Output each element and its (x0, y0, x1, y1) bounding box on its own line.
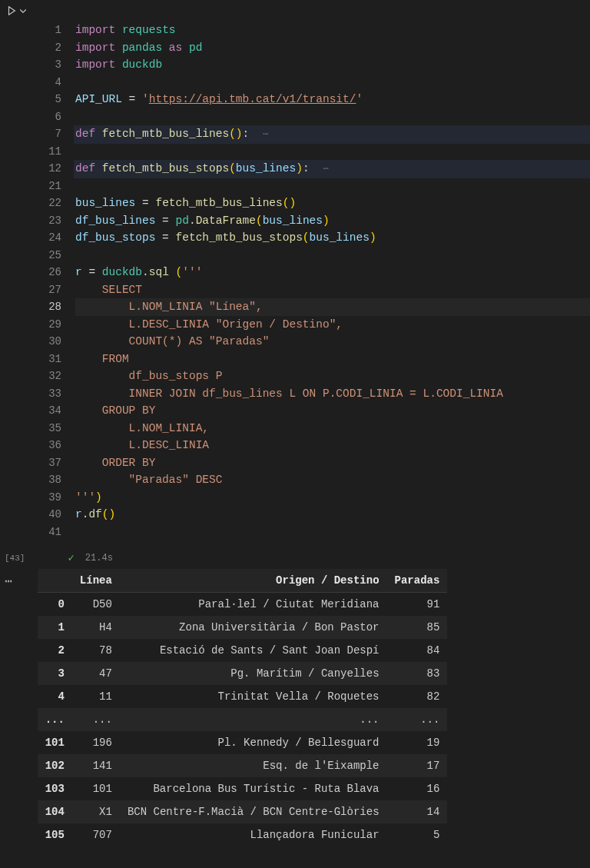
folded-ellipsis-icon[interactable]: ⋯ (263, 129, 270, 140)
table-cell: D50 (72, 593, 120, 617)
line-number: 2 (5, 39, 61, 57)
table-cell: Barcelona Bus Turístic - Ruta Blava (120, 777, 387, 800)
table-cell: Zona Universitària / Bon Pastor (120, 616, 387, 639)
table-column-header: Línea (72, 569, 120, 593)
code-line[interactable]: ''') (75, 489, 590, 507)
code-line[interactable]: def fetch_mtb_bus_lines():⋯ (75, 125, 590, 143)
code-line[interactable]: df_bus_stops = fetch_mtb_bus_stops(bus_l… (75, 229, 590, 247)
chevron-down-icon[interactable] (18, 6, 28, 15)
code-line[interactable]: L.NOM_LINIA "Línea", (75, 298, 590, 316)
line-number: 39 (5, 489, 61, 507)
table-cell: 47 (72, 662, 120, 685)
code-line[interactable] (75, 143, 590, 161)
table-cell: 14 (387, 800, 448, 823)
code-line[interactable] (75, 178, 590, 195)
table-cell: 83 (387, 662, 448, 685)
code-line[interactable]: ORDER BY (75, 454, 590, 472)
line-number: 27 (5, 281, 61, 299)
table-cell: 84 (387, 639, 448, 662)
cell-exec-time: 21.4s (85, 553, 113, 564)
line-number: 33 (5, 385, 61, 403)
code-line[interactable]: r.df() (75, 506, 590, 524)
code-editor[interactable]: 123456›711›12212223242526272829303132333… (0, 22, 590, 540)
table-cell: 105 (38, 823, 72, 846)
line-number: 25 (5, 247, 61, 264)
table-row: 1H4Zona Universitària / Bon Pastor85 (38, 616, 448, 639)
code-line[interactable]: L.DESC_LINIA "Origen / Destino", (75, 316, 590, 334)
table-row: 101196Pl. Kennedy / Bellesguard19 (38, 731, 448, 754)
table-cell: ... (387, 708, 448, 731)
table-cell: 102 (38, 754, 72, 777)
table-cell: 141 (72, 754, 120, 777)
code-area[interactable]: import requestsimport pandas as pdimport… (75, 22, 590, 540)
code-line[interactable]: import duckdb (75, 56, 590, 74)
code-line[interactable]: GROUP BY (75, 402, 590, 420)
cell-toolbar (0, 0, 590, 22)
code-line[interactable]: df_bus_lines = pd.DataFrame(bus_lines) (75, 212, 590, 230)
code-line[interactable]: df_bus_stops P (75, 367, 590, 385)
table-cell: Pg. Marítim / Canyelles (120, 662, 387, 685)
code-line[interactable]: SELECT (75, 281, 590, 299)
line-number: 1 (5, 22, 61, 39)
table-cell: Esq. de l'Eixample (120, 754, 387, 777)
line-number: 36 (5, 437, 61, 454)
table-cell: Trinitat Vella / Roquetes (120, 685, 387, 708)
code-line[interactable]: API_URL = 'https://api.tmb.cat/v1/transi… (75, 91, 590, 108)
folded-ellipsis-icon[interactable]: ⋯ (323, 164, 330, 175)
table-cell: 707 (72, 823, 120, 846)
cell-output-meta: [43] ✓ 21.4s (0, 547, 590, 569)
code-line[interactable] (75, 74, 590, 91)
table-cell: 11 (72, 685, 120, 708)
line-number: ›12 (5, 160, 61, 178)
table-cell: 196 (72, 731, 120, 754)
code-line[interactable]: r = duckdb.sql (''' (75, 264, 590, 281)
dataframe-output: ⋯ LíneaOrigen / DestinoParadas 0D50Paral… (0, 569, 590, 846)
code-line[interactable]: L.NOM_LINIA, (75, 420, 590, 437)
table-cell: BCN Centre-F.Macià / BCN Centre-Glòries (120, 800, 387, 823)
table-cell: 103 (38, 777, 72, 800)
line-number: 41 (5, 524, 61, 541)
table-cell: 101 (72, 777, 120, 800)
code-line[interactable] (75, 108, 590, 126)
line-number: 38 (5, 471, 61, 489)
table-column-header: Paradas (387, 569, 448, 593)
code-line[interactable]: import pandas as pd (75, 39, 590, 57)
table-cell: H4 (72, 616, 120, 639)
line-number: 4 (5, 74, 61, 91)
table-row: ............ (38, 708, 448, 731)
table-row: 105707Llançadora Funicular5 (38, 823, 448, 846)
line-number: 22 (5, 195, 61, 212)
table-row: 278Estació de Sants / Sant Joan Despí84 (38, 639, 448, 662)
line-number: 34 (5, 402, 61, 420)
code-line[interactable]: INNER JOIN df_bus_lines L ON P.CODI_LINI… (75, 385, 590, 403)
code-line[interactable]: def fetch_mtb_bus_stops(bus_lines):⋯ (75, 160, 590, 178)
line-number: 23 (5, 212, 61, 230)
code-line[interactable]: L.DESC_LINIA (75, 437, 590, 454)
table-cell: 101 (38, 731, 72, 754)
cell-exec-index: [43] (5, 554, 25, 563)
table-cell: 4 (38, 685, 72, 708)
code-line[interactable]: COUNT(*) AS "Paradas" (75, 333, 590, 351)
table-row: 0D50Paral·lel / Ciutat Meridiana91 (38, 593, 448, 617)
table-cell: 85 (387, 616, 448, 639)
code-line[interactable]: bus_lines = fetch_mtb_bus_lines() (75, 195, 590, 212)
line-number: 37 (5, 454, 61, 472)
table-row: 411Trinitat Vella / Roquetes82 (38, 685, 448, 708)
run-cell-icon[interactable] (6, 5, 17, 16)
code-line[interactable] (75, 524, 590, 541)
table-cell: X1 (72, 800, 120, 823)
table-cell: ... (72, 708, 120, 731)
table-cell: 78 (72, 639, 120, 662)
line-number: 31 (5, 351, 61, 368)
code-line[interactable]: import requests (75, 22, 590, 39)
table-row: 102141Esq. de l'Eixample17 (38, 754, 448, 777)
line-number: 24 (5, 229, 61, 247)
code-line[interactable]: "Paradas" DESC (75, 471, 590, 489)
more-actions-icon[interactable]: ⋯ (0, 569, 16, 589)
line-number-gutter: 123456›711›12212223242526272829303132333… (5, 22, 75, 540)
table-cell: Estació de Sants / Sant Joan Despí (120, 639, 387, 662)
table-cell: 19 (387, 731, 448, 754)
code-line[interactable] (75, 247, 590, 264)
table-cell: 2 (38, 639, 72, 662)
code-line[interactable]: FROM (75, 351, 590, 368)
